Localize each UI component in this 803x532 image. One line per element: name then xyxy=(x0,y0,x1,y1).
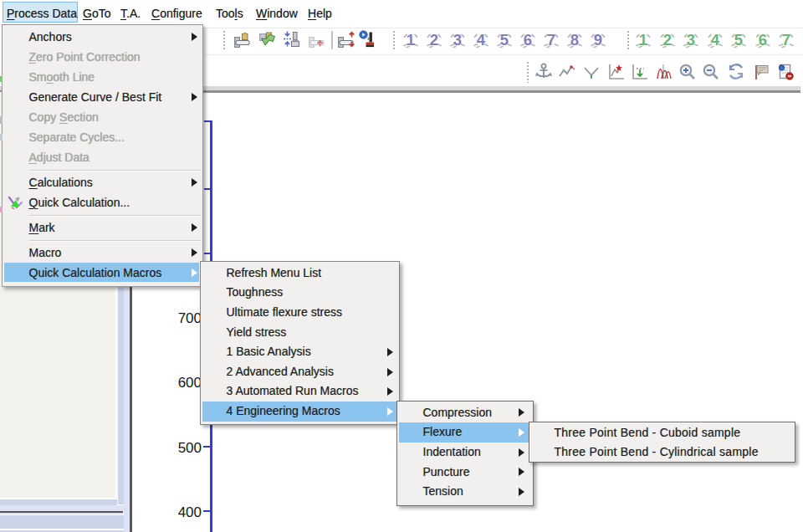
svg-text:4: 4 xyxy=(477,31,486,49)
svg-text:6: 6 xyxy=(524,31,532,49)
svg-text:7: 7 xyxy=(547,31,555,49)
svg-text:5: 5 xyxy=(734,31,743,49)
svg-text:4: 4 xyxy=(710,31,719,49)
svg-text:2: 2 xyxy=(662,31,671,49)
svg-text:3: 3 xyxy=(687,31,695,49)
svg-text:8: 8 xyxy=(570,31,579,49)
svg-text:1: 1 xyxy=(639,31,647,49)
svg-text:5: 5 xyxy=(500,31,509,49)
svg-text:6: 6 xyxy=(758,31,766,49)
svg-text:9: 9 xyxy=(594,31,602,49)
svg-text:3: 3 xyxy=(453,31,462,49)
svg-text:1: 1 xyxy=(407,31,415,49)
svg-text:7: 7 xyxy=(782,31,790,49)
svg-text:2: 2 xyxy=(430,31,438,49)
